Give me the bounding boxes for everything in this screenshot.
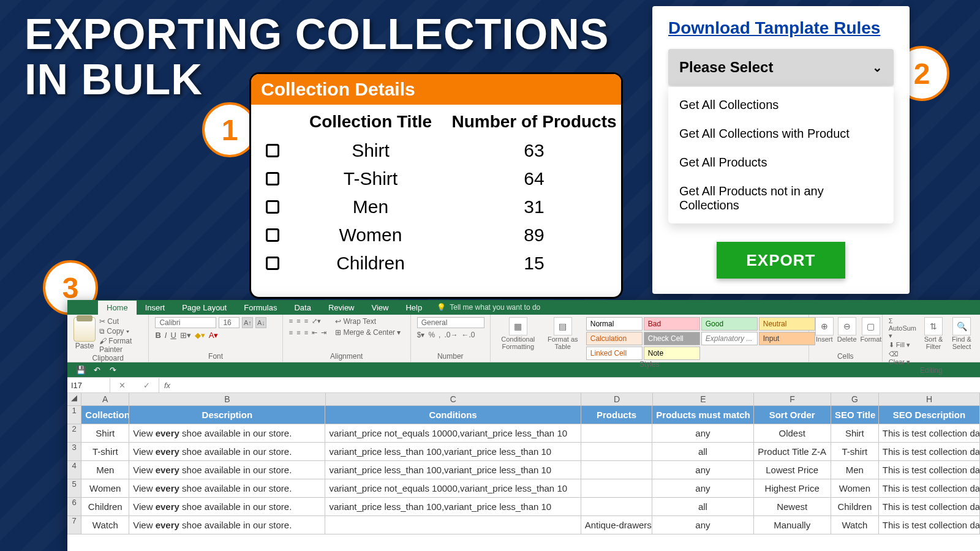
export-option[interactable]: Get All Products not in any Collections xyxy=(668,177,894,220)
row-header[interactable]: 6 xyxy=(67,498,81,515)
col-header[interactable]: B xyxy=(129,393,326,405)
table-cell[interactable] xyxy=(581,479,653,497)
ribbon-tab[interactable]: Insert xyxy=(137,301,174,315)
table-cell[interactable]: variant_price less_than 100,variant_pric… xyxy=(325,443,581,460)
paste-icon[interactable] xyxy=(74,317,96,342)
export-button[interactable]: EXPORT xyxy=(717,242,845,279)
fill-color-button[interactable]: ◆▾ xyxy=(195,331,205,340)
table-header-cell[interactable]: SEO Description xyxy=(879,406,980,424)
table-cell[interactable]: This is test collection data xyxy=(879,516,980,534)
col-header[interactable]: C xyxy=(326,393,582,405)
ribbon-tab[interactable]: Review xyxy=(320,301,363,315)
row-header[interactable]: 2 xyxy=(67,424,81,442)
table-cell[interactable] xyxy=(325,516,581,534)
cancel-formula-icon[interactable]: ✕ xyxy=(119,381,126,390)
align-center-icon[interactable]: ≡ xyxy=(296,329,300,337)
font-color-button[interactable]: A▾ xyxy=(209,331,219,340)
orientation-icon[interactable]: ⤢▾ xyxy=(312,317,321,325)
table-cell[interactable]: Watch xyxy=(831,516,879,534)
align-bottom-icon[interactable]: ≡ xyxy=(304,317,308,325)
align-left-icon[interactable]: ≡ xyxy=(289,329,293,337)
table-cell[interactable]: Oldest xyxy=(754,424,831,442)
table-cell[interactable] xyxy=(581,424,653,442)
ribbon-tab[interactable]: Help xyxy=(397,301,431,315)
table-cell[interactable]: variant_price less_than 100,variant_pric… xyxy=(325,461,581,479)
accept-formula-icon[interactable]: ✓ xyxy=(143,381,150,390)
style-gallery-item[interactable]: Note xyxy=(644,347,700,360)
export-option[interactable]: Get All Products xyxy=(668,148,894,177)
table-cell[interactable]: View every shoe available in our store. xyxy=(129,461,325,479)
row-checkbox[interactable] xyxy=(266,200,279,214)
table-cell[interactable]: variant_price less_than 100,variant_pric… xyxy=(325,498,581,515)
undo-icon[interactable]: ↶ xyxy=(92,365,102,375)
style-gallery-item[interactable]: Normal xyxy=(586,317,643,331)
ribbon-tab[interactable]: Home xyxy=(98,301,137,315)
decrease-font-icon[interactable]: A↓ xyxy=(255,317,266,328)
table-cell[interactable]: This is test collection data xyxy=(879,424,980,442)
cut-button[interactable]: ✂ Cut xyxy=(99,317,142,326)
underline-button[interactable]: U xyxy=(170,331,176,340)
format-cells-icon[interactable]: ▢ xyxy=(862,317,880,335)
table-cell[interactable]: View every shoe available in our store. xyxy=(129,498,325,515)
table-cell[interactable] xyxy=(581,498,653,515)
table-header-cell[interactable]: Collection xyxy=(81,406,129,424)
table-cell[interactable]: Lowest Price xyxy=(754,461,831,479)
col-header[interactable]: G xyxy=(831,393,879,405)
table-header-cell[interactable]: Products must match xyxy=(652,406,753,424)
export-select[interactable]: Please Select ⌄ xyxy=(668,49,894,86)
row-header[interactable]: 7 xyxy=(67,516,81,534)
name-box[interactable]: I17 xyxy=(67,378,110,392)
row-checkbox[interactable] xyxy=(266,144,279,157)
table-cell[interactable]: Shirt xyxy=(831,424,879,442)
sort-filter-icon[interactable]: ⇅ xyxy=(924,317,943,335)
cell-styles-gallery[interactable]: NormalBadGoodNeutralCalculationCheck Cel… xyxy=(586,317,815,360)
table-cell[interactable]: This is test collection data xyxy=(879,479,980,497)
table-cell[interactable]: Newest xyxy=(754,498,831,515)
align-right-icon[interactable]: ≡ xyxy=(304,329,308,337)
table-header-cell[interactable]: SEO Title xyxy=(831,406,879,424)
merge-center-button[interactable]: ⊞ Merge & Center ▾ xyxy=(335,328,401,337)
style-gallery-item[interactable]: Explanatory ... xyxy=(701,332,758,345)
table-cell[interactable]: any xyxy=(652,516,753,534)
border-button[interactable]: ⊞▾ xyxy=(180,331,191,340)
currency-icon[interactable]: $▾ xyxy=(417,331,425,339)
clear-button[interactable]: ⌫ Clear ▾ xyxy=(889,350,916,366)
indent-dec-icon[interactable]: ⇤ xyxy=(312,329,317,337)
format-as-table-icon[interactable]: ▤ xyxy=(554,317,572,335)
inc-decimal-icon[interactable]: .0→ xyxy=(444,331,458,339)
table-cell[interactable]: Manually xyxy=(754,516,831,534)
table-cell[interactable]: Product Title Z-A xyxy=(754,443,831,460)
table-cell[interactable]: View every shoe available in our store. xyxy=(129,424,325,442)
align-middle-icon[interactable]: ≡ xyxy=(296,317,300,325)
row-checkbox[interactable] xyxy=(266,228,279,242)
row-header[interactable]: 5 xyxy=(67,479,81,497)
table-header-cell[interactable]: Products xyxy=(581,406,653,424)
table-header-cell[interactable]: Sort Order xyxy=(754,406,831,424)
table-cell[interactable]: all xyxy=(652,443,753,460)
table-cell[interactable]: any xyxy=(652,461,753,479)
style-gallery-item[interactable]: Check Cell xyxy=(644,332,700,345)
style-gallery-item[interactable]: Linked Cell xyxy=(586,347,643,360)
export-option[interactable]: Get All Collections xyxy=(668,91,894,119)
table-cell[interactable]: T-shirt xyxy=(81,443,129,460)
delete-cells-icon[interactable]: ⊖ xyxy=(838,317,856,335)
table-cell[interactable]: variant_price not_equals 10000,variant_p… xyxy=(325,479,581,497)
table-cell[interactable]: Women xyxy=(81,479,129,497)
format-painter-button[interactable]: 🖌 Format Painter xyxy=(99,337,142,354)
col-header[interactable]: A xyxy=(81,393,129,405)
table-cell[interactable]: Men xyxy=(81,461,129,479)
redo-icon[interactable]: ↷ xyxy=(108,365,118,375)
italic-button[interactable]: I xyxy=(165,331,167,340)
copy-button[interactable]: ⧉ Copy ▾ xyxy=(99,327,142,335)
row-checkbox[interactable] xyxy=(266,257,279,270)
increase-font-icon[interactable]: A↑ xyxy=(242,317,253,328)
table-cell[interactable]: T-shirt xyxy=(831,443,879,460)
percent-icon[interactable]: % xyxy=(428,331,435,339)
table-cell[interactable] xyxy=(581,461,653,479)
fx-icon[interactable]: fx xyxy=(159,381,175,390)
table-cell[interactable]: View every shoe available in our store. xyxy=(129,443,325,460)
table-cell[interactable]: any xyxy=(652,424,753,442)
table-cell[interactable]: Watch xyxy=(81,516,129,534)
style-gallery-item[interactable]: Bad xyxy=(644,317,700,331)
style-gallery-item[interactable]: Input xyxy=(759,332,815,345)
